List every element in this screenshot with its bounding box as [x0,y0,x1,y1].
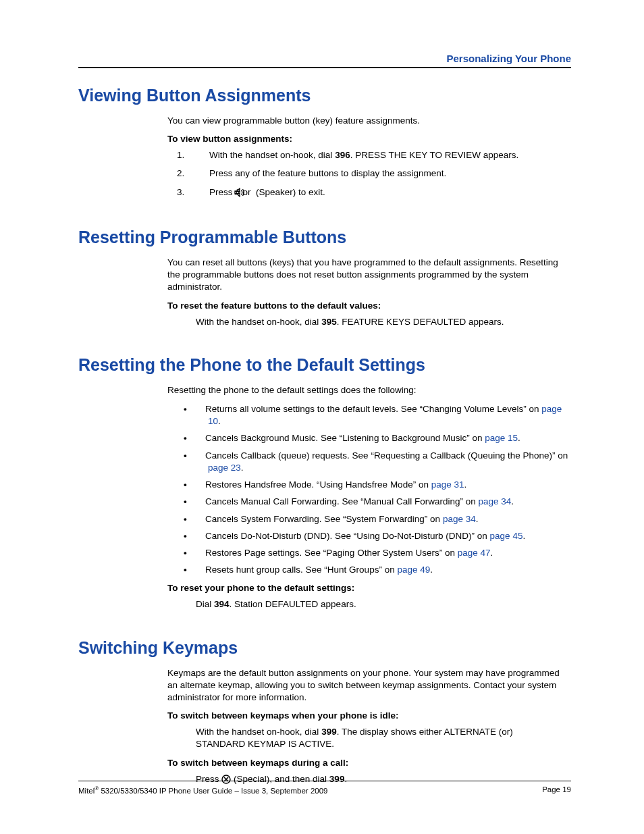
footer-page-number: Page 19 [542,785,571,795]
page-link[interactable]: page 31 [431,479,464,490]
page-link[interactable]: page 45 [490,531,523,541]
list-item: Cancels Callback (queue) requests. See “… [196,450,571,474]
bullet-list: Returns all volume settings to the defau… [196,403,571,576]
intro-text: You can reset all buttons (keys) that yo… [167,257,571,294]
step-item: 3.Press # or (Speaker) to exit. [196,186,571,201]
section-body: You can reset all buttons (keys) that yo… [167,257,571,328]
footer-left: Mitel® 5320/5330/5340 IP Phone User Guid… [78,785,327,795]
step-text: With the handset on-hook, dial 395. FEAT… [196,316,558,328]
heading-resetting-programmable-buttons: Resetting Programmable Buttons [78,228,571,247]
heading-viewing-button-assignments: Viewing Button Assignments [78,86,571,105]
procedure-heading: To switch between keymaps during a call: [167,758,571,768]
dial-code: 394 [214,599,230,609]
dial-code: 399 [321,727,337,737]
chapter-title: Personalizing Your Phone [78,53,571,64]
step-text: Dial 394. Station DEFAULTED appears. [196,598,558,610]
page-link[interactable]: page 23 [208,463,241,473]
step-item: 2.Press any of the feature buttons to di… [196,167,571,180]
list-item: Cancels Background Music. See “Listening… [196,432,571,444]
step-text: With the handset on-hook, dial [209,150,335,160]
step-text: With the handset on-hook, dial 399. The … [196,726,558,750]
page-link[interactable]: page 15 [485,433,518,443]
step-text: . PRESS THE KEY TO REVIEW appears. [350,150,519,160]
list-item: Resets hunt group calls. See “Hunt Group… [196,564,571,576]
intro-text: You can view programmable button (key) f… [167,115,571,127]
page-link[interactable]: page 47 [458,548,491,558]
step-text: Press [209,187,235,197]
list-item: Returns all volume settings to the defau… [196,403,571,427]
dial-code: 396 [335,150,350,160]
page-link[interactable]: page 49 [397,565,430,575]
page-link[interactable]: page 34 [443,514,476,524]
step-item: 1.With the handset on-hook, dial 396. PR… [196,149,571,161]
section-body: Keymaps are the default button assignmen… [167,667,571,787]
heading-switching-keymaps: Switching Keymaps [78,638,571,658]
page-link[interactable]: page 34 [478,496,511,506]
section-body: Resetting the phone to the default setti… [167,384,571,611]
footer-rule [78,781,571,781]
procedure-heading: To reset your phone to the default setti… [167,583,571,593]
header-rule [78,67,571,68]
dial-code: 395 [321,317,337,327]
procedure-heading: To view button assignments: [167,134,571,144]
list-item: Cancels Manual Call Forwarding. See “Man… [196,496,571,508]
intro-text: Keymaps are the default button assignmen… [167,667,571,704]
list-item: Cancels System Forwarding. See “System F… [196,513,571,525]
list-item: Restores Handsfree Mode. “Using Handsfre… [196,479,571,491]
ordered-steps: 1.With the handset on-hook, dial 396. PR… [196,149,571,201]
section-body: You can view programmable button (key) f… [167,115,571,201]
list-item: Restores Page settings. See “Paging Othe… [196,547,571,559]
document-page: Personalizing Your Phone Viewing Button … [0,0,644,834]
heading-resetting-phone-default-settings: Resetting the Phone to the Default Setti… [78,355,571,375]
intro-text: Resetting the phone to the default setti… [167,384,571,396]
step-text: Press any of the feature buttons to disp… [209,168,446,178]
procedure-heading: To switch between keymaps when your phon… [167,710,571,721]
list-item: Cancels Do-Not-Disturb (DND). See “Using… [196,530,571,542]
page-footer: Mitel® 5320/5330/5340 IP Phone User Guid… [78,781,571,795]
procedure-heading: To reset the feature buttons to the defa… [167,301,571,311]
step-text: (Speaker) to exit. [253,187,325,197]
